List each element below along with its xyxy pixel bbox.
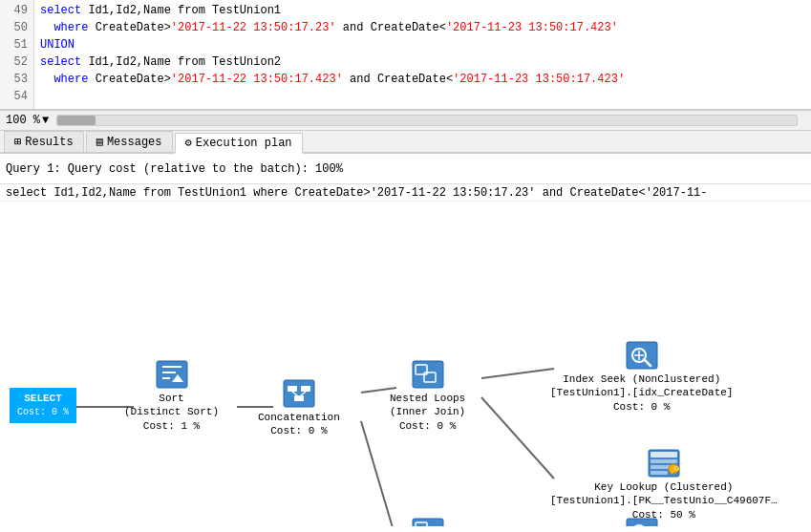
select-label: SELECT — [17, 392, 69, 406]
svg-rect-16 — [294, 395, 304, 401]
svg-rect-29 — [651, 459, 677, 463]
query-cost-text: Query 1: Query cost (relative to the bat… — [6, 162, 343, 176]
concat-label: Concatenation — [258, 411, 340, 424]
index-seek-1-cost: Cost: 0 % — [550, 400, 733, 414]
code-editor[interactable]: 49 50 51 52 53 54 select Id1,Id2,Name fr… — [0, 0, 811, 110]
nested-loops-1-icon — [411, 359, 445, 390]
index-seek-2-node[interactable]: Index Seek (NonClustered)[TestUnion2].[i… — [550, 517, 733, 526]
index-seek-1-label: Index Seek (NonClustered)[TestUnion1].[i… — [550, 372, 733, 400]
messages-icon: ▤ — [96, 135, 103, 149]
svg-line-4 — [481, 369, 554, 378]
tab-execution-plan[interactable]: ⚙ Execution plan — [175, 133, 303, 154]
zoom-value: 100 % — [6, 114, 40, 127]
scrollbar-thumb[interactable] — [57, 116, 96, 125]
svg-rect-13 — [284, 380, 314, 407]
sort-icon — [155, 359, 189, 390]
execution-plan-area[interactable]: SELECT Cost: 0 % Sort(Distinct Sort) Cos… — [0, 202, 811, 526]
svg-line-3 — [361, 421, 396, 526]
execution-plan-icon: ⚙ — [185, 136, 192, 150]
sort-node[interactable]: Sort(Distinct Sort) Cost: 1 % — [124, 359, 219, 433]
concat-cost: Cost: 0 % — [258, 424, 340, 437]
select-cost: Cost: 0 % — [17, 406, 69, 419]
tab-messages-label: Messages — [107, 136, 162, 149]
tabs-bar: ⊞ Results ▤ Messages ⚙ Execution plan — [0, 131, 811, 154]
svg-text:🔑: 🔑 — [671, 465, 680, 475]
svg-rect-15 — [301, 386, 310, 392]
nested-loops-1-node[interactable]: Nested Loops(Inner Join) Cost: 0 % — [390, 359, 465, 433]
svg-rect-8 — [157, 361, 187, 388]
concat-icon — [282, 378, 316, 409]
svg-rect-31 — [651, 471, 668, 475]
query-info-area: Query 1: Query cost (relative to the bat… — [0, 154, 811, 202]
svg-rect-14 — [288, 386, 297, 392]
svg-rect-28 — [651, 452, 677, 458]
index-seek-2-icon — [625, 517, 659, 526]
results-icon: ⊞ — [14, 135, 21, 149]
nested-loops-1-label: Nested Loops(Inner Join) — [390, 392, 465, 419]
key-lookup-1-icon: 🔑 — [647, 448, 681, 479]
code-content[interactable]: select Id1,Id2,Name from TestUnion1 wher… — [34, 0, 811, 109]
svg-line-5 — [481, 397, 554, 479]
concat-node[interactable]: Concatenation Cost: 0 % — [258, 378, 340, 438]
tab-results[interactable]: ⊞ Results — [4, 131, 84, 152]
select-node[interactable]: SELECT Cost: 0 % — [10, 388, 76, 423]
nested-loops-2-node[interactable]: Nested Loops(Inner Join) Cost: 0 % — [390, 517, 465, 526]
query-sql-preview: select Id1,Id2,Name from TestUnion1 wher… — [0, 184, 811, 202]
status-bar: 100 % ▼ — [0, 110, 811, 131]
sort-cost: Cost: 1 % — [124, 419, 219, 433]
line-numbers: 49 50 51 52 53 54 — [0, 0, 34, 109]
query-info: Query 1: Query cost (relative to the bat… — [0, 154, 811, 184]
index-seek-1-icon — [625, 340, 659, 371]
sort-label: Sort(Distinct Sort) — [124, 392, 219, 419]
tab-messages[interactable]: ▤ Messages — [86, 131, 173, 152]
index-seek-1-node[interactable]: Index Seek (NonClustered)[TestUnion1].[i… — [550, 340, 733, 414]
tab-execution-plan-label: Execution plan — [196, 137, 292, 150]
nested-loops-1-cost: Cost: 0 % — [390, 419, 465, 433]
zoom-control[interactable]: 100 % ▼ — [6, 114, 49, 127]
zoom-dropdown-icon[interactable]: ▼ — [42, 114, 49, 127]
nested-loops-2-icon — [411, 517, 445, 526]
key-lookup-1-node[interactable]: 🔑 Key Lookup (Clustered)[TestUnion1].[PK… — [550, 448, 778, 521]
key-lookup-1-label: Key Lookup (Clustered)[TestUnion1].[PK__… — [550, 480, 778, 508]
scrollbar[interactable] — [56, 115, 798, 126]
tab-results-label: Results — [25, 136, 73, 149]
